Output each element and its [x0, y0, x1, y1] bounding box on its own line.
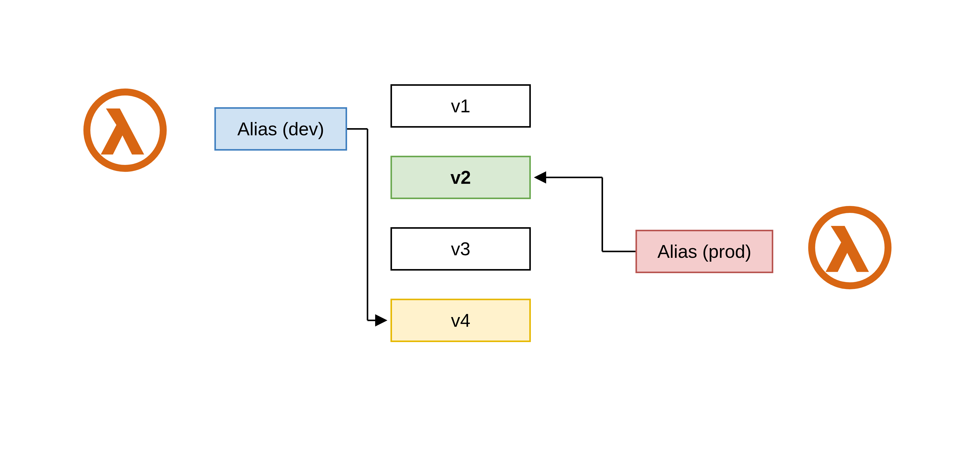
- arrow-dev-to-v4: [347, 129, 386, 320]
- arrow-prod-to-v2: [535, 177, 635, 251]
- version-v3-box: v3: [390, 227, 531, 271]
- version-v3-label: v3: [451, 239, 470, 259]
- lambda-icon: [82, 87, 169, 173]
- diagram-stage: { "colors": { "lambda": "#D86613", "alia…: [0, 0, 980, 460]
- alias-prod-box: Alias (prod): [635, 230, 773, 273]
- version-v4-box: v4: [390, 299, 531, 342]
- alias-dev-box: Alias (dev): [215, 107, 347, 151]
- version-v1-label: v1: [451, 96, 470, 116]
- lambda-icon: [807, 204, 893, 291]
- version-v2-label: v2: [450, 167, 471, 188]
- alias-dev-label: Alias (dev): [237, 118, 324, 139]
- version-v4-label: v4: [451, 310, 470, 331]
- alias-prod-label: Alias (prod): [657, 241, 751, 262]
- version-v1-box: v1: [390, 84, 531, 127]
- version-v2-box: v2: [390, 156, 531, 199]
